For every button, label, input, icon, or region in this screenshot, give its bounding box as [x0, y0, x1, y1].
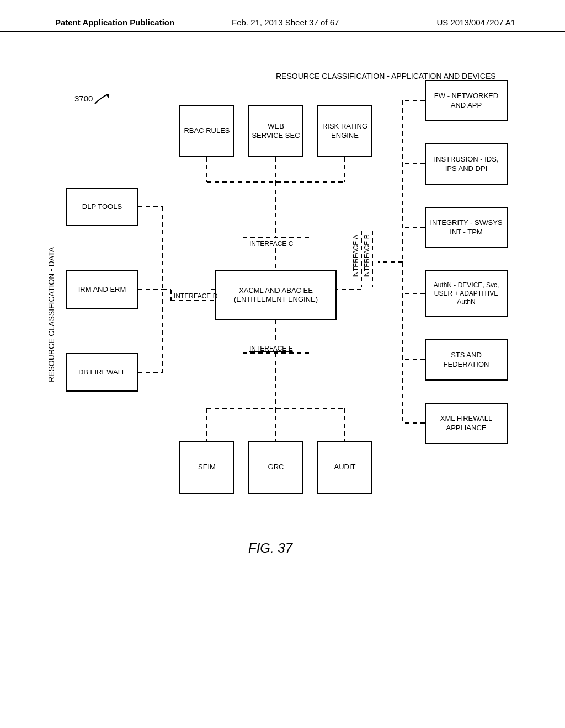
- interface-e-label: INTERFACE E: [249, 345, 293, 352]
- page-header: Patent Application Publication Feb. 21, …: [0, 18, 565, 32]
- interface-a-label: INTERFACE A: [352, 227, 360, 285]
- xacml-abac-box: XACML AND ABAC EE (ENTITLEMENT ENGINE): [215, 270, 337, 320]
- interface-b-label: INTERFACE B: [363, 227, 371, 285]
- audit-box: AUDIT: [317, 441, 372, 494]
- interface-c-label: INTERFACE C: [249, 240, 293, 248]
- grc-box: GRC: [248, 441, 303, 494]
- fw-networked-box: FW - NETWORKED AND APP: [425, 80, 508, 121]
- risk-rating-engine-label: RISK RATING ENGINE: [321, 122, 369, 140]
- rbac-rules-box: RBAC RULES: [179, 105, 234, 157]
- interface-d-label: INTERFACE D: [174, 292, 217, 300]
- reference-number: 3700: [74, 94, 93, 103]
- grc-label: GRC: [268, 463, 284, 472]
- resource-class-data-label: RESOURCE CLASSIFICATION - DATA: [47, 237, 56, 392]
- seim-label: SEIM: [198, 463, 216, 472]
- refnum-arrow-icon: [94, 94, 116, 116]
- figure-label: FIG. 37: [248, 540, 292, 556]
- xml-firewall-box: XML FIREWALL APPLIANCE: [425, 403, 508, 444]
- irm-erm-label: IRM AND ERM: [78, 285, 126, 294]
- dlp-tools-label: DLP TOOLS: [82, 202, 122, 211]
- xml-firewall-label: XML FIREWALL APPLIANCE: [428, 414, 504, 432]
- svg-marker-0: [105, 94, 109, 98]
- diagram: 3700 RESOURCE CLASSIFICATION - APPLICATI…: [50, 72, 513, 623]
- integrity-label: INTEGRITY - SW/SYS INT - TPM: [428, 218, 504, 237]
- resource-class-app-label: RESOURCE CLASSIFICATION - APPLICATION AN…: [276, 72, 496, 81]
- web-service-sec-label: WEB SERVICE SEC: [252, 122, 300, 140]
- irm-erm-box: IRM AND ERM: [66, 270, 138, 309]
- header-mid: Feb. 21, 2013 Sheet 37 of 67: [232, 18, 339, 27]
- header-right: US 2013/0047207 A1: [436, 18, 515, 27]
- rbac-rules-label: RBAC RULES: [184, 126, 230, 135]
- xacml-abac-label: XACML AND ABAC EE (ENTITLEMENT ENGINE): [218, 286, 333, 304]
- risk-rating-engine-box: RISK RATING ENGINE: [317, 105, 372, 157]
- seim-box: SEIM: [179, 441, 234, 494]
- sts-federation-label: STS AND FEDERATION: [428, 351, 504, 369]
- integrity-box: INTEGRITY - SW/SYS INT - TPM: [425, 207, 508, 248]
- header-left: Patent Application Publication: [55, 18, 174, 27]
- authn-label: AuthN - DEVICE, Svc, USER + ADAPTITIVE A…: [428, 281, 504, 306]
- db-firewall-label: DB FIREWALL: [78, 368, 126, 377]
- intrusion-box: INSTRUSION - IDS, IPS AND DPI: [425, 143, 508, 185]
- authn-box: AuthN - DEVICE, Svc, USER + ADAPTITIVE A…: [425, 270, 508, 317]
- intrusion-label: INSTRUSION - IDS, IPS AND DPI: [428, 155, 504, 173]
- fw-networked-label: FW - NETWORKED AND APP: [428, 92, 504, 110]
- audit-label: AUDIT: [334, 463, 356, 472]
- sts-federation-box: STS AND FEDERATION: [425, 339, 508, 381]
- db-firewall-box: DB FIREWALL: [66, 353, 138, 392]
- dlp-tools-box: DLP TOOLS: [66, 188, 138, 226]
- web-service-sec-box: WEB SERVICE SEC: [248, 105, 303, 157]
